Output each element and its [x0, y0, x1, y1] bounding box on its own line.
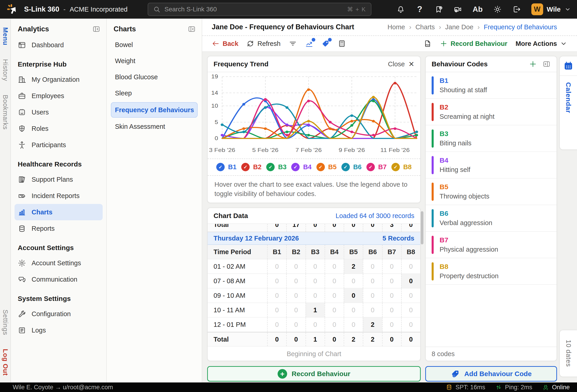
- record-behaviour-toolbar-button[interactable]: Record Behaviour: [440, 40, 507, 47]
- sidebar-section-heading: Account Settings: [11, 237, 106, 255]
- updown-arrows-icon: [495, 384, 502, 391]
- edge-tab-menu[interactable]: Menu: [1, 27, 9, 45]
- legend-toggle-b6[interactable]: ✓B6: [341, 163, 362, 171]
- behaviour-code-b8[interactable]: B8Property destruction: [426, 258, 557, 285]
- chart-nav-bowel[interactable]: Bowel: [107, 37, 202, 53]
- close-icon: ✕: [408, 60, 414, 68]
- sidebar-item-support-plans[interactable]: Support Plans: [11, 171, 106, 188]
- database-icon: [446, 384, 453, 391]
- page-title: Jane Doe - Frequency of Behaviours Chart: [212, 23, 354, 31]
- global-search-input[interactable]: Search S-Link 360 ⌘ + K: [148, 3, 371, 16]
- font-size-icon[interactable]: Ab: [473, 5, 483, 14]
- behaviour-code-b5[interactable]: B5Throwing objects: [426, 178, 557, 205]
- behaviour-code-b4[interactable]: B4Hitting self: [426, 152, 557, 178]
- chart-nav-frequency-of-behaviours[interactable]: Frequency of Behaviours: [111, 102, 198, 118]
- search-shortcut: ⌘ + K: [347, 6, 366, 13]
- calendar-tab[interactable]: Calendar: [559, 56, 577, 150]
- trend-chart-toggle-icon[interactable]: [305, 39, 313, 48]
- edge-tab-logout[interactable]: Log Out: [1, 349, 9, 376]
- sidebar-item-reports[interactable]: Reports: [11, 220, 106, 237]
- notifications-icon[interactable]: [397, 5, 405, 14]
- legend-toggle-b4[interactable]: ✓B4: [291, 163, 311, 171]
- legend-toggle-b1[interactable]: ✓B1: [216, 163, 236, 171]
- sidebar-item-incident-reports[interactable]: Incident Reports: [11, 188, 106, 204]
- avatar[interactable]: W: [531, 3, 543, 15]
- sidebar-item-participants[interactable]: Participants: [11, 137, 106, 153]
- behaviour-code-b2[interactable]: B2Screaming at night: [426, 99, 557, 125]
- dates-tab[interactable]: 10 dates: [559, 330, 577, 377]
- table-cell: 0: [401, 274, 420, 288]
- chart-nav-blood-glucose[interactable]: Blood Glucose: [107, 69, 202, 85]
- code-color-bar: [432, 209, 434, 227]
- behaviour-code-b6[interactable]: B6Verbal aggression: [426, 205, 557, 232]
- table-cell: 0: [401, 224, 420, 232]
- row-label: Total: [208, 224, 267, 232]
- legend-toggle-b2[interactable]: ✓B2: [241, 163, 261, 171]
- behaviour-codes-toggle-icon[interactable]: [322, 39, 330, 48]
- sidebar-item-roles[interactable]: Roles: [11, 120, 106, 137]
- edge-tab-bookmarks[interactable]: Bookmarks: [1, 95, 9, 130]
- table-cell: 0: [267, 259, 286, 273]
- day-header-records: 5 Records: [383, 235, 414, 242]
- refresh-icon: [247, 40, 254, 47]
- breadcrumb-item[interactable]: Charts: [415, 23, 435, 31]
- breadcrumb-item[interactable]: Home: [388, 23, 405, 31]
- svg-text:7 Feb '26: 7 Feb '26: [295, 147, 322, 153]
- behaviour-code-b7[interactable]: B7Physical aggression: [426, 232, 557, 258]
- edge-tab-settings[interactable]: Settings: [1, 310, 9, 335]
- edge-tab-history[interactable]: History: [1, 59, 9, 81]
- close-trend-button[interactable]: Close✕: [388, 60, 414, 68]
- legend-toggle-b8[interactable]: ✓B8: [391, 163, 412, 171]
- add-code-plus-icon[interactable]: [529, 60, 537, 68]
- behaviour-code-b1[interactable]: B1Shouting at staff: [426, 72, 557, 99]
- more-actions-button[interactable]: More Actions: [515, 40, 568, 47]
- sidebar-item-charts[interactable]: Charts: [15, 204, 103, 220]
- legend-toggle-b5[interactable]: ✓B5: [317, 163, 337, 171]
- add-behaviour-code-button[interactable]: Add Behaviour Code: [425, 366, 557, 382]
- table-row: 09 - 10 AM00000000: [208, 288, 420, 303]
- theme-brightness-icon[interactable]: [493, 5, 502, 14]
- collapse-charts-nav-icon[interactable]: [188, 25, 196, 33]
- legend-toggle-b7[interactable]: ✓B7: [366, 163, 387, 171]
- back-arrow-icon: [212, 40, 219, 47]
- app-logo-icon[interactable]: [6, 3, 19, 16]
- sidebar-item-logs[interactable]: Logs: [11, 322, 106, 338]
- breadcrumb-separator: ›: [409, 23, 411, 31]
- table-cell: 0: [363, 259, 382, 273]
- frequency-trend-chart[interactable]: 191410503 Feb '265 Feb '267 Feb '269 Feb…: [208, 72, 420, 159]
- check-icon: ✓: [291, 163, 300, 171]
- breadcrumb-item[interactable]: Jane Doe: [445, 23, 473, 31]
- filter-icon[interactable]: [289, 39, 297, 48]
- back-button[interactable]: Back: [212, 40, 238, 47]
- sidebar-item-my-organization[interactable]: My Organization: [11, 71, 106, 88]
- table-cell: 17: [286, 224, 305, 232]
- svg-text:19: 19: [211, 73, 218, 79]
- sidebar-item-employees[interactable]: Employees: [11, 88, 106, 104]
- help-icon[interactable]: ?: [415, 4, 424, 14]
- chart-nav-skin-assessment[interactable]: Skin Assessment: [107, 119, 202, 135]
- record-behaviour-button[interactable]: + Record Behaviour: [207, 366, 421, 382]
- calculator-icon[interactable]: [338, 39, 346, 48]
- refresh-button[interactable]: Refresh: [247, 40, 281, 47]
- collapse-sidebar-icon[interactable]: [92, 25, 100, 33]
- table-cell: 0: [401, 303, 420, 317]
- legend-toggle-b3[interactable]: ✓B3: [266, 163, 287, 171]
- export-pdf-icon[interactable]: PDF: [423, 39, 432, 48]
- sidebar-item-configuration[interactable]: Configuration: [11, 306, 106, 322]
- sidebar-item-dashboard[interactable]: Dashboard: [11, 37, 106, 53]
- screen-record-icon[interactable]: [454, 5, 462, 14]
- collapse-codes-panel-icon[interactable]: [542, 60, 551, 68]
- behaviour-code-b3[interactable]: B3Biting nails: [426, 125, 557, 152]
- chart-nav-weight[interactable]: Weight: [107, 53, 202, 69]
- sidebar-item-communication[interactable]: Communication: [11, 271, 106, 287]
- chart-nav-sleep[interactable]: Sleep: [107, 85, 202, 101]
- bookmark-add-icon[interactable]: [434, 5, 443, 14]
- user-menu[interactable]: W Wile: [531, 3, 571, 15]
- logout-icon[interactable]: [512, 5, 521, 14]
- scrollbar-thumb[interactable]: [421, 211, 423, 244]
- sidebar-item-account-settings[interactable]: Account Settings: [11, 255, 106, 271]
- table-cell: 0: [306, 318, 325, 332]
- participants-icon: [18, 141, 26, 149]
- sidebar-item-users[interactable]: Users: [11, 104, 106, 120]
- loaded-records-link[interactable]: Loaded 64 of 3000 records: [335, 212, 414, 220]
